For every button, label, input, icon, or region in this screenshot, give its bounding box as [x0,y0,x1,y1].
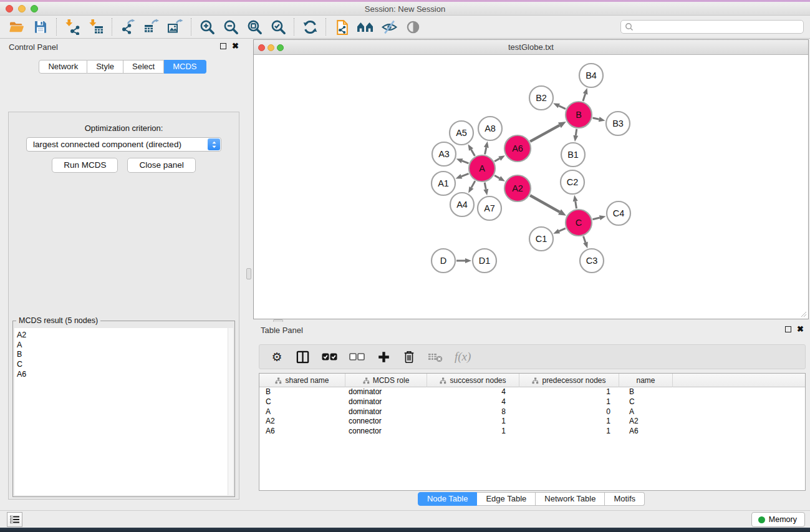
column-header-successor-nodes[interactable]: successor nodes [427,374,519,387]
mcds-result-item[interactable]: B [14,350,233,360]
tab-mcds[interactable]: MCDS [164,60,206,74]
mcds-result-item[interactable]: C [14,360,233,370]
graph-node-C2[interactable]: C2 [561,170,584,194]
split-columns-icon[interactable] [296,349,310,365]
memory-button[interactable]: Memory [751,512,805,527]
table-row[interactable]: A2connector11A2 [259,417,805,427]
graph-edge-C-C1[interactable] [553,228,566,234]
graph-node-B1[interactable]: B1 [561,143,585,167]
resize-grip-icon[interactable] [799,310,807,317]
table-tab-motifs[interactable]: Motifs [605,492,645,506]
table-tab-network-table[interactable]: Network Table [536,492,605,506]
select-all-checkboxes-icon[interactable] [322,349,337,365]
graph-node-A2[interactable]: A2 [504,175,531,201]
table-row[interactable]: Adominator80A [259,407,805,417]
delete-icon[interactable] [402,349,416,365]
graph-edge-A-A5[interactable] [468,144,475,156]
add-icon[interactable] [377,349,390,365]
graph-edge-B-B4[interactable] [583,88,588,101]
graph-edge-B-B1[interactable] [573,129,578,142]
graph-node-A8[interactable]: A8 [478,117,502,140]
graph-edge-A2-C[interactable] [530,195,566,215]
run-mcds-button[interactable]: Run MCDS [52,158,118,173]
mcds-result-item[interactable]: A6 [14,370,233,380]
tab-select[interactable]: Select [123,60,164,74]
float-table-panel-icon[interactable] [785,326,791,332]
graph-edge-A6-B[interactable] [530,122,566,142]
graph-node-A4[interactable]: A4 [450,193,474,216]
network-canvas[interactable]: B4B2BB3A5A8A6B1A3AA1C2A2A4A7C4CC1C3DD1 [254,55,808,319]
deselect-all-checkboxes-icon[interactable] [349,349,365,365]
tab-style[interactable]: Style [87,60,123,74]
vertical-splitter[interactable] [245,39,253,510]
criterion-select[interactable]: largest connected component (directed) [26,137,221,152]
search-input[interactable] [636,21,803,32]
graph-node-C3[interactable]: C3 [580,249,604,273]
column-header-name[interactable]: name [619,374,673,387]
graph-edge-A-A3[interactable] [456,158,469,163]
graph-edge-A-A2[interactable] [494,175,505,181]
close-panel-icon[interactable]: ✖ [232,43,239,49]
graph-node-A7[interactable]: A7 [478,196,501,220]
splitter-handle[interactable] [246,268,251,279]
graph-node-D1[interactable]: D1 [473,249,496,273]
column-header-MCDS-role[interactable]: MCDS role [345,374,427,387]
graph-node-A5[interactable]: A5 [450,121,473,145]
delete-table-icon[interactable] [428,349,443,365]
save-session-icon[interactable] [29,17,52,37]
column-settings-gear-icon[interactable]: ⚙ [270,349,284,365]
tab-network[interactable]: Network [39,60,87,74]
open-session-icon[interactable] [5,17,29,37]
table-row[interactable]: A6connector11A6 [259,427,805,437]
close-panel-button[interactable]: Close panel [127,158,195,173]
graph-node-B[interactable]: B [566,102,592,128]
copy-network-icon[interactable] [330,17,354,37]
graph-node-B4[interactable]: B4 [579,64,603,87]
function-builder-icon[interactable]: f(x) [455,349,471,365]
graph-node-A3[interactable]: A3 [432,142,456,166]
column-header-shared-name[interactable]: shared name [259,374,345,387]
graph-edge-B-B2[interactable] [553,104,566,109]
table-row[interactable]: Cdominator41C [259,397,805,407]
mcds-result-item[interactable]: A [14,341,233,351]
column-header-predecessor-nodes[interactable]: predecessor nodes [519,374,619,387]
graph-node-A6[interactable]: A6 [504,135,531,162]
graph-edge-C-C4[interactable] [592,215,605,220]
graph-edge-C-C3[interactable] [583,236,588,248]
hide-selected-eye-slash-icon[interactable] [377,17,401,37]
apply-layout-icon[interactable] [298,17,322,37]
import-network-icon[interactable] [60,17,84,37]
graph-edge-C-C2[interactable] [573,195,578,209]
graph-node-A[interactable]: A [469,155,495,181]
mcds-result-item[interactable]: A2 [14,328,233,341]
graph-node-B2[interactable]: B2 [529,86,553,110]
scrollbar-track[interactable] [228,328,233,495]
export-image-icon[interactable] [163,17,187,37]
graph-edge-B-B3[interactable] [592,117,605,122]
table-tab-edge-table[interactable]: Edge Table [477,492,536,506]
zoom-fit-icon[interactable] [243,17,266,37]
graph-edge-A-A4[interactable] [468,181,475,193]
table-row[interactable]: Bdominator41B [259,387,805,397]
import-table-icon[interactable] [84,17,108,37]
graph-node-C4[interactable]: C4 [607,201,630,225]
graph-edge-A-A8[interactable] [484,142,489,155]
close-table-panel-icon[interactable]: ✖ [797,326,804,332]
graph-node-C1[interactable]: C1 [529,227,553,251]
graph-node-D[interactable]: D [432,249,455,273]
double-house-icon[interactable] [354,17,377,37]
graph-node-C[interactable]: C [566,210,592,236]
task-history-button[interactable] [7,512,22,527]
graph-edge-A-A1[interactable] [456,173,469,178]
export-network-icon[interactable] [116,17,140,37]
zoom-in-icon[interactable] [195,17,219,37]
float-panel-icon[interactable] [220,43,226,49]
graph-edge-A-A7[interactable] [483,183,488,196]
graph-edge-A-A6[interactable] [494,155,505,161]
zoom-out-icon[interactable] [219,17,243,37]
graph-node-A1[interactable]: A1 [432,172,455,195]
table-tab-node-table[interactable]: Node Table [418,492,478,506]
graph-node-B3[interactable]: B3 [606,112,630,135]
show-hidden-eye-icon[interactable] [401,17,425,37]
zoom-selected-icon[interactable] [266,17,290,37]
